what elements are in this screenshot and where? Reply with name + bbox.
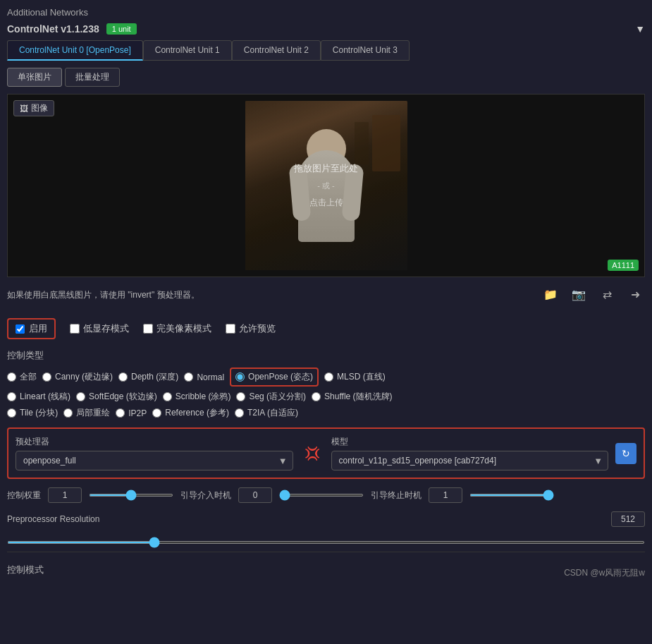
control-type-row3: Tile (分块) 局部重绘 IP2P Reference (参考) T2IA … xyxy=(7,407,645,419)
model-label: 模型 xyxy=(331,436,609,448)
enable-checkbox[interactable] xyxy=(16,324,25,334)
expand-arrow-icon[interactable]: ▼ xyxy=(635,23,645,35)
swap-icon[interactable]: ⇄ xyxy=(597,284,617,304)
tab-unit-3[interactable]: ControlNet Unit 3 xyxy=(321,40,410,61)
tab-unit-0[interactable]: ControlNet Unit 0 [OpenPose] xyxy=(7,40,143,61)
image-overlay: 拖放图片至此处 - 或 - 点击上传 xyxy=(245,101,407,270)
radio-inpaint[interactable]: 局部重绘 xyxy=(63,407,110,419)
checkbox-full-row: 启用 低显存模式 完美像素模式 允许预览 xyxy=(7,318,645,339)
start-step-slider[interactable] xyxy=(279,494,364,497)
camera-icon[interactable]: 📷 xyxy=(569,284,589,304)
radio-t2ia[interactable]: T2IA (自适应) xyxy=(235,407,298,419)
unit-badge: 1 unit xyxy=(106,23,137,35)
preprocessor-res-label: Preprocessor Resolution xyxy=(7,514,99,524)
control-type-label: 控制类型 xyxy=(7,349,645,362)
radio-reference[interactable]: Reference (参考) xyxy=(152,407,229,419)
radio-seg[interactable]: Seg (语义分割) xyxy=(236,391,306,403)
hint-row: 如果使用白底黑线图片，请使用 "invert" 预处理器。 📁 📷 ⇄ ➜ xyxy=(7,284,645,311)
a1111-badge: A1111 xyxy=(608,260,639,271)
radio-tile[interactable]: Tile (分块) xyxy=(7,407,58,419)
end-step-label: 引导终止时机 xyxy=(371,490,422,502)
preprocessor-res-value[interactable]: 512 xyxy=(611,511,645,527)
model-group: 模型 control_v11p_sd15_openpose [cab727d4]… xyxy=(331,436,609,470)
arrow-right-icon[interactable]: ➜ xyxy=(625,284,645,304)
radio-ip2p[interactable]: IP2P xyxy=(116,408,147,418)
fire-button[interactable]: 💢 xyxy=(300,446,324,461)
radio-scribble[interactable]: Scribble (涂鸦) xyxy=(163,391,231,403)
uploaded-image: 拖放图片至此处 - 或 - 点击上传 xyxy=(245,101,407,270)
radio-all[interactable]: 全部 xyxy=(7,371,37,383)
weight-value[interactable]: 1 xyxy=(48,487,82,503)
preprocessor-res-slider[interactable] xyxy=(7,541,645,544)
preprocessor-label: 预处理器 xyxy=(16,436,293,448)
preprocessor-select[interactable]: openpose_full xyxy=(16,451,293,470)
additional-networks-label: Additional Networks xyxy=(7,7,645,18)
allow-preview-label[interactable]: 允许预览 xyxy=(239,322,276,335)
sub-tab-batch[interactable]: 批量处理 xyxy=(65,68,120,87)
tab-unit-1[interactable]: ControlNet Unit 1 xyxy=(143,40,232,61)
controlnet-title: ControlNet v1.1.238 xyxy=(7,23,99,35)
low-vram-item: 低显存模式 xyxy=(70,322,129,335)
processor-model-row: 预处理器 openpose_full ▼ 💢 模型 control_v11p_s… xyxy=(7,427,645,479)
model-select[interactable]: control_v11p_sd15_openpose [cab727d4] xyxy=(331,451,609,470)
control-type-section: 控制类型 全部 Canny (硬边缘) Depth (深度) Normal Op… xyxy=(7,349,645,419)
radio-mlsd[interactable]: MLSD (直线) xyxy=(324,371,386,383)
model-select-wrapper: control_v11p_sd15_openpose [cab727d4] ▼ xyxy=(331,451,609,470)
low-vram-checkbox[interactable] xyxy=(70,324,80,334)
sub-tabs-row: 单张图片 批量处理 xyxy=(7,68,645,87)
radio-softedge[interactable]: SoftEdge (软边缘) xyxy=(76,391,157,403)
radio-canny[interactable]: Canny (硬边缘) xyxy=(42,371,113,383)
enable-label[interactable]: 启用 xyxy=(29,322,47,335)
folder-icon[interactable]: 📁 xyxy=(541,284,560,304)
start-step-label: 引导介入时机 xyxy=(180,490,231,502)
hint-text: 如果使用白底黑线图片，请使用 "invert" 预处理器。 xyxy=(7,289,199,301)
control-mode-label: 控制模式 xyxy=(7,564,44,576)
main-container: Additional Networks ControlNet v1.1.238 … xyxy=(0,0,652,644)
control-type-row1: 全部 Canny (硬边缘) Depth (深度) Normal OpenPos… xyxy=(7,367,645,387)
end-step-value[interactable]: 1 xyxy=(429,487,462,503)
overlay-text-1: 拖放图片至此处 xyxy=(294,162,358,175)
overlay-upload-text: 点击上传 xyxy=(309,197,343,209)
unit-tabs-row: ControlNet Unit 0 [OpenPose] ControlNet … xyxy=(7,40,645,61)
image-label-text: 图像 xyxy=(31,102,48,114)
perfect-pixel-label[interactable]: 完美像素模式 xyxy=(156,322,211,335)
allow-preview-checkbox[interactable] xyxy=(226,324,235,334)
weight-label: 控制权重 xyxy=(7,490,41,502)
end-step-slider[interactable] xyxy=(469,494,554,497)
control-type-row2: Lineart (线稿) SoftEdge (软边缘) Scribble (涂鸦… xyxy=(7,391,645,403)
allow-preview-item: 允许预览 xyxy=(226,322,276,335)
perfect-pixel-item: 完美像素模式 xyxy=(143,322,211,335)
preprocessor-select-wrapper: openpose_full ▼ xyxy=(16,451,293,470)
image-upload-area[interactable]: 🖼 图像 拖放图片至此处 - 或 - 点击上传 xyxy=(7,94,645,277)
image-icon: 🖼 xyxy=(20,104,28,114)
image-label: 🖼 图像 xyxy=(13,100,54,116)
preprocessor-group: 预处理器 openpose_full ▼ xyxy=(16,436,293,470)
reload-button[interactable]: ↻ xyxy=(615,443,636,464)
enable-checkbox-wrapper: 启用 xyxy=(7,318,56,339)
radio-normal[interactable]: Normal xyxy=(184,372,224,382)
controlnet-header: ControlNet v1.1.238 1 unit ▼ xyxy=(7,23,645,35)
sliders-row: 控制权重 1 引导介入时机 0 引导终止时机 1 xyxy=(7,487,645,503)
icon-row: 📁 📷 ⇄ ➜ xyxy=(541,284,645,304)
radio-shuffle[interactable]: Shuffle (随机洗牌) xyxy=(312,391,392,403)
radio-depth[interactable]: Depth (深度) xyxy=(118,371,178,383)
start-step-value[interactable]: 0 xyxy=(238,487,272,503)
tab-unit-2[interactable]: ControlNet Unit 2 xyxy=(232,40,321,61)
bottom-bar: 控制模式 CSDN @w风雨无阻w xyxy=(7,558,645,582)
weight-slider[interactable] xyxy=(89,494,173,497)
perfect-pixel-checkbox[interactable] xyxy=(143,324,153,334)
preprocessor-res-row: Preprocessor Resolution 512 xyxy=(7,511,645,527)
radio-lineart[interactable]: Lineart (线稿) xyxy=(7,391,70,403)
overlay-or-text: - 或 - xyxy=(317,181,334,191)
watermark: CSDN @w风雨无阻w xyxy=(564,567,645,579)
sub-tab-single[interactable]: 单张图片 xyxy=(7,68,62,87)
low-vram-label[interactable]: 低显存模式 xyxy=(83,322,129,335)
radio-openpose[interactable]: OpenPose (姿态) xyxy=(230,367,319,387)
